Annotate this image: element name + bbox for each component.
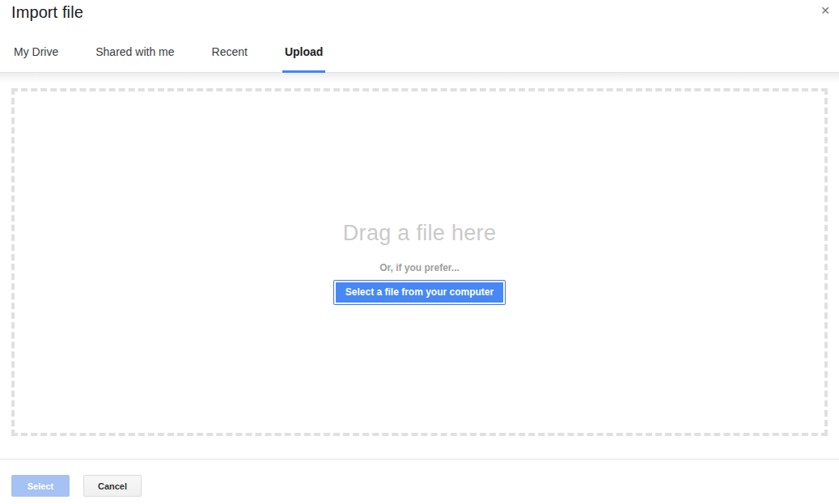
dialog-title: Import file bbox=[11, 3, 828, 22]
tab-recent[interactable]: Recent bbox=[211, 45, 248, 72]
dialog-footer: Select Cancel bbox=[0, 459, 839, 504]
tab-shared-with-me[interactable]: Shared with me bbox=[95, 45, 175, 72]
tab-my-drive[interactable]: My Drive bbox=[13, 45, 59, 72]
drag-file-here-text: Drag a file here bbox=[343, 221, 496, 246]
import-file-dialog: Import file ✕ My Drive Shared with me Re… bbox=[0, 0, 839, 504]
tab-bar-shadow bbox=[0, 73, 839, 84]
tab-bar: My Drive Shared with me Recent Upload bbox=[0, 36, 839, 73]
tab-upload[interactable]: Upload bbox=[284, 45, 324, 72]
cancel-button[interactable]: Cancel bbox=[83, 475, 142, 497]
select-file-from-computer-button[interactable]: Select a file from your computer bbox=[334, 281, 505, 304]
dialog-header: Import file ✕ bbox=[0, 0, 839, 36]
or-if-you-prefer-text: Or, if you prefer... bbox=[379, 262, 460, 273]
file-dropzone[interactable]: Drag a file here Or, if you prefer... Se… bbox=[11, 88, 828, 436]
select-button[interactable]: Select bbox=[11, 475, 70, 497]
close-icon[interactable]: ✕ bbox=[818, 3, 833, 18]
